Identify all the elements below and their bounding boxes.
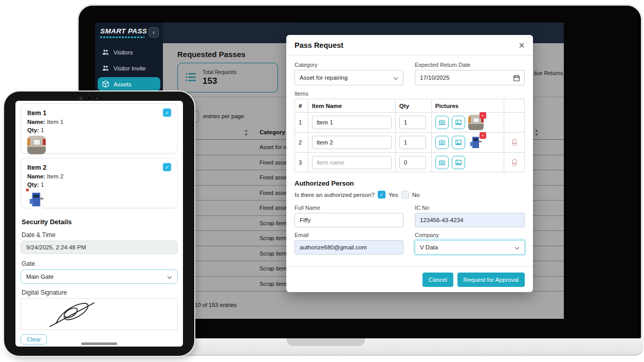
item-photo[interactable]	[27, 190, 46, 209]
item-card-1[interactable]: Item 1 ✓ Name: Item 1 Qty: 1	[21, 103, 178, 154]
email-label: Email	[295, 232, 403, 238]
ic-no-value: 123456-43-4234	[420, 217, 463, 223]
row-number: 3	[295, 153, 308, 172]
item-row-3: 3 –	[295, 153, 525, 172]
datetime-input[interactable]: 9/24/2025, 2:24:48 PM	[21, 241, 178, 254]
ic-no-label: IC No	[415, 205, 525, 211]
qty-label: Qty:	[27, 182, 39, 188]
items-table-header-row: # Item Name Qty Pictures	[295, 99, 525, 113]
items-table: # Item Name Qty Pictures 1	[295, 99, 525, 172]
photo-badge	[26, 189, 29, 191]
remove-row-button[interactable]: –	[512, 159, 517, 166]
chevron-down-icon	[394, 76, 398, 80]
sidebar-item-label: Assets	[114, 81, 132, 87]
sidebar-item-visitor-invite[interactable]: Visitor Invite	[98, 61, 160, 75]
modal-footer: Cancel Request for Approval	[286, 266, 533, 292]
name-label: Name:	[27, 119, 45, 125]
name-label: Name:	[27, 173, 45, 179]
camera-button[interactable]	[435, 156, 449, 169]
yes-label: Yes	[389, 192, 398, 198]
item-name-input[interactable]	[312, 116, 392, 129]
laptop-lid-notch	[287, 338, 365, 346]
signature-canvas[interactable]	[21, 298, 178, 330]
calendar-icon[interactable]	[513, 75, 520, 82]
sidebar-item-label: Visitors	[114, 49, 133, 56]
visitors-icon	[102, 48, 109, 56]
company-value: V Data	[420, 244, 438, 250]
logo-tagline	[100, 37, 144, 38]
company-label: Company	[415, 232, 525, 238]
logo: SMART PASS	[100, 27, 147, 38]
signature-stroke	[47, 299, 103, 330]
qty-input[interactable]	[399, 136, 426, 149]
sidebar-item-visitors[interactable]: Visitors	[98, 45, 160, 59]
category-value: Asset for repairing	[300, 75, 347, 81]
request-approval-button[interactable]: Request for Approval	[457, 273, 525, 287]
item-photo-thumbnail[interactable]: ×	[468, 135, 484, 150]
close-icon[interactable]: ×	[519, 40, 525, 50]
gallery-button[interactable]	[452, 116, 465, 129]
tablet-camera	[79, 96, 98, 101]
qty-value: 1	[41, 182, 44, 188]
remove-photo-icon[interactable]: ×	[480, 132, 486, 139]
sidebar-item-label: Visitor Invite	[114, 65, 145, 71]
return-date-label: Expected Return Date	[415, 62, 525, 68]
item-name-input[interactable]	[312, 156, 392, 169]
item-row-1: 1 ×	[295, 113, 525, 133]
chevron-down-icon	[168, 275, 172, 279]
name-value: Item 2	[47, 173, 63, 179]
sidebar-item-assets[interactable]: Assets	[98, 77, 160, 91]
qty-input[interactable]	[399, 156, 426, 169]
email-value: authorize580@gmail.com	[300, 244, 367, 250]
item-checkbox[interactable]: ✓	[163, 163, 171, 171]
item-checkbox[interactable]: ✓	[163, 108, 171, 117]
company-select[interactable]: V Data	[415, 240, 525, 255]
full-name-label: Full Name	[295, 205, 403, 211]
item-card-title: Item 1	[27, 109, 47, 117]
datetime-label: Date & Time	[22, 231, 56, 239]
gate-select[interactable]: Main Gate	[21, 269, 178, 284]
item-name-header: Item Name	[308, 99, 395, 113]
no-checkbox[interactable]	[401, 191, 409, 198]
camera-button[interactable]	[435, 136, 449, 149]
gate-value: Main Gate	[26, 274, 53, 280]
assets-cube-icon	[102, 80, 109, 88]
remove-photo-icon[interactable]: ×	[480, 112, 486, 119]
tablet-screen: Item 1 ✓ Name: Item 1 Qty: 1 Item 2 ✓ Na…	[15, 101, 183, 347]
home-indicator[interactable]	[81, 342, 117, 345]
camera-button[interactable]	[435, 116, 449, 129]
item-photo-thumbnail[interactable]: ×	[468, 115, 484, 130]
return-date-input[interactable]: 17/10/2025	[415, 70, 525, 85]
full-name-input[interactable]: Fiffy	[295, 213, 403, 227]
name-value: Item 1	[47, 119, 63, 125]
datetime-value: 9/24/2025, 2:24:48 PM	[26, 244, 86, 250]
email-input[interactable]: authorize580@gmail.com	[295, 240, 403, 255]
remove-row-button[interactable]: –	[512, 139, 517, 146]
qty-input[interactable]	[399, 116, 426, 129]
clear-signature-button[interactable]: Clear	[21, 334, 47, 345]
gate-label: Gate	[22, 260, 35, 267]
item-card-title: Item 2	[27, 164, 47, 171]
sidebar-collapse-button[interactable]: ‹	[149, 27, 159, 38]
item-name-input[interactable]	[312, 136, 392, 149]
gallery-button[interactable]	[452, 136, 465, 149]
cancel-button[interactable]: Cancel	[422, 273, 453, 287]
return-date-value: 17/10/2025	[420, 75, 450, 81]
item-row-2: 2 ×	[295, 133, 525, 153]
item-photo[interactable]	[27, 136, 46, 154]
ic-no-input[interactable]: 123456-43-4234	[415, 213, 525, 227]
pictures-header: Pictures	[431, 99, 504, 113]
no-label: No	[412, 192, 420, 198]
tablet-device: Item 1 ✓ Name: Item 1 Qty: 1 Item 2 ✓ Na…	[4, 92, 194, 356]
category-select[interactable]: Asset for repairing	[295, 70, 403, 85]
yes-checkbox[interactable]: ✓	[378, 191, 385, 198]
item-card-2[interactable]: Item 2 ✓ Name: Item 2 Qty: 1	[21, 158, 178, 208]
modal-header: Pass Request ×	[286, 35, 533, 56]
row-number: 1	[295, 113, 308, 133]
qty-label: Qty:	[27, 127, 39, 133]
category-label: Category	[295, 62, 403, 68]
logo-text: SMART PASS	[100, 27, 147, 35]
qty-header: Qty	[395, 99, 431, 113]
row-number: 2	[295, 133, 308, 153]
gallery-button[interactable]	[452, 156, 465, 169]
